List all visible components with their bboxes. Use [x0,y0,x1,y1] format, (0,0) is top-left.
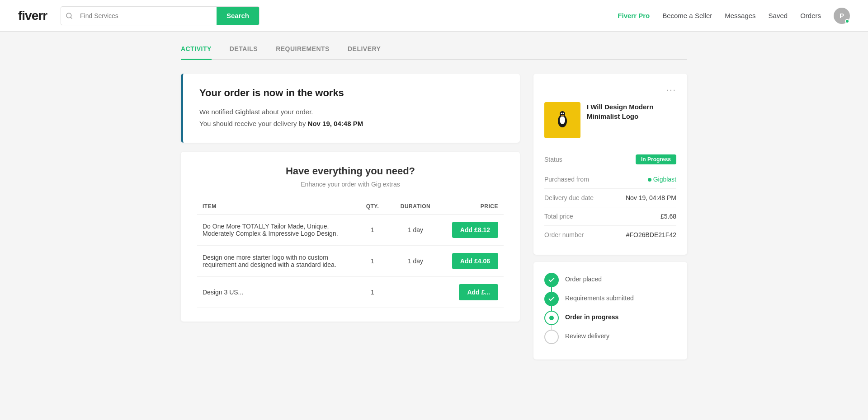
svg-point-5 [561,113,562,114]
total-price-value: £5.68 [660,213,676,220]
order-number-value: #FO26BDE21F42 [626,231,676,238]
tabs: ACTIVITY DETAILS REQUIREMENTS DELIVERY [181,45,687,60]
left-panel: Your order is now in the works We notifi… [181,74,520,322]
online-dot [648,178,651,182]
col-qty: QTY. [354,199,391,215]
order-notice-card: Your order is now in the works We notifi… [181,74,520,143]
extras-card: Have everything you need? Enhance your o… [181,152,520,322]
dots-menu-button[interactable]: ··· [666,84,676,95]
purchased-from-value: Gigblast [648,176,676,183]
step-in-progress: Order in progress [544,311,676,330]
gig-info: I Will Design Modern Minimalist Logo [544,102,676,138]
table-row: Design 3 US... 1 Add £... [197,277,504,308]
progress-card: Order placed Requirements submitted [533,262,687,359]
step-icon-order-placed [544,273,559,287]
search-button[interactable]: Search [217,7,259,25]
main-container: ACTIVITY DETAILS REQUIREMENTS DELIVERY Y… [163,32,705,373]
extras-subtitle: Enhance your order with Gig extras [197,181,504,188]
extra-item-2-duration: 1 day [391,246,440,277]
step-icon-review [544,330,559,344]
extra-item-1-add-cell: Add £8.12 [440,215,504,246]
svg-point-3 [560,116,565,124]
search-input[interactable] [77,8,217,24]
summary-card-header: ··· [544,84,676,95]
progress-steps: Order placed Requirements submitted [544,273,676,349]
step-label-review: Review delivery [565,330,609,340]
add-extra-2-button[interactable]: Add £4.06 [452,253,498,269]
extra-item-3-desc: Design 3 US... [197,277,354,308]
nav-saved[interactable]: Saved [769,12,788,19]
status-badge: In Progress [636,154,676,164]
step-order-placed: Order placed [544,273,676,292]
svg-line-1 [71,17,72,19]
order-notice-line2: You should receive your delivery by Nov … [199,118,504,130]
tab-delivery[interactable]: DELIVERY [348,45,381,59]
step-icon-in-progress [544,311,559,325]
delivery-due-value: Nov 19, 04:48 PM [626,194,676,201]
content-grid: Your order is now in the works We notifi… [181,74,687,359]
gig-title: I Will Design Modern Minimalist Logo [587,102,676,138]
svg-point-6 [563,113,564,114]
col-price: PRICE [440,199,504,215]
add-extra-3-button[interactable]: Add £... [459,284,498,300]
extra-item-3-qty: 1 [354,277,391,308]
add-extra-1-button[interactable]: Add £8.12 [452,222,498,238]
avatar[interactable]: P [834,8,850,24]
nav-fiverr-pro[interactable]: Fiverr Pro [618,12,650,19]
extra-item-2-desc: Design one more starter logo with no cus… [197,246,354,277]
total-price-label: Total price [544,213,573,220]
status-label: Status [544,156,562,163]
delivery-due-label: Delivery due date [544,194,594,201]
summary-row-delivery: Delivery due date Nov 19, 04:48 PM [544,189,676,207]
summary-rows: Status In Progress Purchased from Gigbla… [544,149,676,244]
tab-activity[interactable]: ACTIVITY [181,45,212,60]
col-item: ITEM [197,199,354,215]
gig-thumbnail [544,102,580,138]
extra-item-1-qty: 1 [354,215,391,246]
col-duration: DURATION [391,199,440,215]
step-label-requirements: Requirements submitted [565,292,634,302]
order-notice-title: Your order is now in the works [199,87,504,99]
header: fiverr Search Fiverr Pro Become a Seller… [0,0,868,32]
order-notice-line1: We notified Gigblast about your order. [199,106,504,118]
extra-item-2-add-cell: Add £4.06 [440,246,504,277]
summary-row-status: Status In Progress [544,149,676,170]
extra-item-1-desc: Do One More TOTALLY Tailor Made, Unique,… [197,215,354,246]
search-bar: Search [61,6,259,25]
nav-become-seller[interactable]: Become a Seller [662,12,712,19]
purchased-from-label: Purchased from [544,176,589,183]
step-label-in-progress: Order in progress [565,311,618,321]
search-icon [61,12,77,19]
summary-card: ··· I Will Design Mo [533,74,687,255]
right-panel: ··· I Will Design Mo [533,74,687,359]
summary-row-purchased: Purchased from Gigblast [544,170,676,189]
nav-orders[interactable]: Orders [800,12,821,19]
nav-messages[interactable]: Messages [725,12,755,19]
table-row: Do One More TOTALLY Tailor Made, Unique,… [197,215,504,246]
logo[interactable]: fiverr [18,9,47,23]
order-number-label: Order number [544,231,584,238]
extra-item-2-qty: 1 [354,246,391,277]
step-icon-requirements [544,292,559,306]
header-nav: Fiverr Pro Become a Seller Messages Save… [618,8,850,24]
step-requirements-submitted: Requirements submitted [544,292,676,311]
tab-requirements[interactable]: REQUIREMENTS [276,45,330,59]
extra-item-1-duration: 1 day [391,215,440,246]
summary-row-total: Total price £5.68 [544,207,676,226]
summary-row-order-number: Order number #FO26BDE21F42 [544,226,676,244]
extra-item-3-add-cell: Add £... [440,277,504,308]
avatar-online-dot [845,19,849,23]
tab-details[interactable]: DETAILS [230,45,258,59]
step-label-order-placed: Order placed [565,273,602,283]
table-row: Design one more starter logo with no cus… [197,246,504,277]
extras-title: Have everything you need? [197,165,504,177]
order-notice-body: We notified Gigblast about your order. Y… [199,106,504,129]
step-review-delivery: Review delivery [544,330,676,349]
order-delivery-date: Nov 19, 04:48 PM [308,120,363,127]
extra-item-3-duration [391,277,440,308]
extras-table: ITEM QTY. DURATION PRICE Do One More TOT… [197,199,504,308]
